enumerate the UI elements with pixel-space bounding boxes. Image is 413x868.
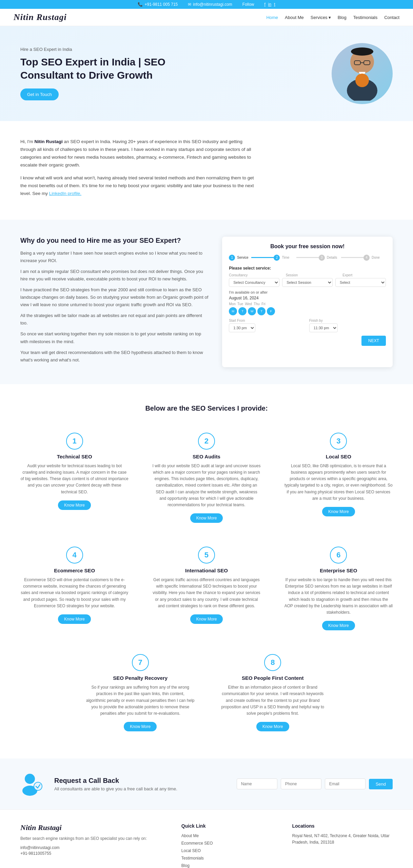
main-nav: Home About Me Services ▾ Blog Testimonia… bbox=[266, 15, 399, 20]
start-time-col: Start From 1:30 pm bbox=[229, 319, 306, 332]
hero-section: Hire a SEO Expert in India Top SEO Exper… bbox=[0, 26, 413, 121]
col-label-session: Session bbox=[286, 273, 340, 277]
nav-home[interactable]: Home bbox=[266, 15, 278, 20]
day-wed[interactable]: W bbox=[248, 307, 256, 315]
twitter-link[interactable]: t bbox=[274, 2, 275, 7]
get-in-touch-button[interactable]: Get in Touch bbox=[20, 88, 59, 100]
service-desc-7: So if your rankings are suffering from a… bbox=[86, 684, 195, 717]
day-tue[interactable]: T bbox=[238, 307, 247, 315]
phone-number: +91-9811 005 715 bbox=[144, 2, 178, 7]
service-card-5: 5 International SEO Get organic traffic … bbox=[145, 540, 267, 637]
step-num-2: 2 bbox=[274, 255, 280, 261]
chevron-down-icon: ▾ bbox=[329, 15, 331, 20]
next-button[interactable]: NEXT bbox=[361, 336, 386, 346]
know-more-btn-5[interactable]: Know More bbox=[190, 614, 223, 624]
col-label-consultancy: Consultancy bbox=[229, 273, 283, 277]
step-num-1: 1 bbox=[229, 255, 235, 261]
know-more-btn-8[interactable]: Know More bbox=[256, 722, 289, 731]
know-more-btn-2[interactable]: Know More bbox=[190, 513, 223, 523]
start-time-select[interactable]: 1:30 pm bbox=[229, 323, 255, 332]
day-thu[interactable]: T bbox=[257, 307, 266, 315]
service-num-8: 8 bbox=[264, 654, 281, 671]
services-section: Below are the SEO Services I provide: 1 … bbox=[0, 384, 413, 758]
phone-input[interactable] bbox=[281, 778, 321, 789]
step-bar-1 bbox=[251, 257, 274, 258]
follow-label: Follow bbox=[242, 2, 254, 7]
step-num-4: 4 bbox=[363, 255, 370, 261]
nav-about[interactable]: About Me bbox=[285, 15, 304, 20]
services-title: Below are the SEO Services I provide: bbox=[14, 405, 399, 412]
consultancy-select[interactable]: Select Consultancy bbox=[229, 278, 279, 287]
nav-testimonials[interactable]: Testimonials bbox=[353, 15, 378, 20]
booking-col-labels: Consultancy Session Expert bbox=[229, 273, 386, 277]
linkedin-profile-link[interactable]: LinkedIn profile. bbox=[49, 191, 81, 196]
day-mon[interactable]: M bbox=[229, 307, 237, 315]
step-num-3: 3 bbox=[319, 255, 325, 261]
know-more-btn-3[interactable]: Know More bbox=[322, 507, 355, 516]
quicklink-about: About Me bbox=[181, 833, 282, 838]
footer-brand: Nitin Rustagi Better search engine ranki… bbox=[20, 823, 171, 868]
date-display: August 16, 2024 bbox=[229, 296, 386, 300]
top-bar: 📞 +91-9811 005 715 ✉ info@nitinrustagi.c… bbox=[0, 0, 413, 9]
service-desc-1: Audit your website for technical issues … bbox=[20, 463, 129, 495]
nav-blog[interactable]: Blog bbox=[338, 15, 347, 20]
booking-widget: Book your free session now! 1 Service 2 … bbox=[222, 237, 393, 367]
day-fri[interactable]: F bbox=[267, 307, 275, 315]
footer: Nitin Rustagi Better search engine ranki… bbox=[0, 809, 413, 868]
step-label-4: Done bbox=[372, 256, 380, 259]
service-title-8: SEO People First Content bbox=[218, 675, 327, 681]
service-card-8: 8 SEO People First Content Either its an… bbox=[212, 647, 334, 738]
service-desc-8: Either its an information piece of conte… bbox=[218, 684, 327, 717]
service-title-3: Local SEO bbox=[284, 454, 393, 459]
know-more-btn-1[interactable]: Know More bbox=[58, 500, 91, 510]
booking-step-1: 1 Service bbox=[229, 255, 251, 261]
header: Nitin Rustagi Home About Me Services ▾ B… bbox=[0, 9, 413, 26]
finish-time-select[interactable]: 11:30 pm bbox=[309, 323, 338, 332]
service-card-1: 1 Technical SEO Audit your website for t… bbox=[14, 426, 135, 530]
service-num-3: 3 bbox=[330, 433, 347, 450]
why-title: Why do you need to Hire me as your SEO E… bbox=[20, 237, 209, 244]
linkedin-link[interactable]: in bbox=[268, 2, 271, 7]
service-title-1: Technical SEO bbox=[20, 454, 129, 459]
service-num-7: 7 bbox=[132, 654, 149, 671]
session-select[interactable]: Select Session bbox=[282, 278, 333, 287]
service-num-2: 2 bbox=[198, 433, 215, 450]
expert-select[interactable]: Select bbox=[335, 278, 386, 287]
name-input[interactable] bbox=[237, 778, 277, 789]
step-label-2: Time bbox=[282, 256, 289, 259]
send-button[interactable]: Send bbox=[369, 779, 393, 789]
svg-point-10 bbox=[34, 782, 42, 790]
start-label: Start From bbox=[229, 319, 306, 322]
quicklinks-title: Quick Link bbox=[181, 823, 282, 829]
service-title-5: International SEO bbox=[152, 568, 260, 573]
footer-locations: Locations Royal Nest, N7-402, Techzone 4… bbox=[292, 823, 393, 868]
cta-form: Send bbox=[237, 778, 393, 789]
step-label-3: Details bbox=[327, 256, 337, 259]
footer-logo: Nitin Rustagi bbox=[20, 823, 171, 832]
time-row: Start From 1:30 pm Finish by 11:30 pm bbox=[229, 319, 386, 332]
know-more-btn-7[interactable]: Know More bbox=[124, 722, 157, 731]
services-grid-top: 1 Technical SEO Audit your website for t… bbox=[14, 426, 399, 637]
about-para1: Hi, I'm Nitin Rustagi an SEO expert in I… bbox=[20, 138, 258, 169]
hero-subtitle: Hire a SEO Expert in India bbox=[20, 47, 190, 52]
know-more-btn-6[interactable]: Know More bbox=[322, 621, 355, 630]
booking-step-3: 3 Details bbox=[319, 255, 341, 261]
nav-services[interactable]: Services ▾ bbox=[311, 15, 331, 20]
email-icon: ✉ bbox=[188, 2, 191, 7]
facebook-link[interactable]: f bbox=[264, 2, 266, 7]
service-num-4: 4 bbox=[66, 547, 83, 564]
know-more-btn-4[interactable]: Know More bbox=[58, 614, 91, 624]
about-name: Nitin Rustagi bbox=[35, 139, 63, 144]
email-input[interactable] bbox=[325, 778, 366, 789]
why-section: Why do you need to Hire me as your SEO E… bbox=[0, 220, 413, 384]
social-links[interactable]: f in t bbox=[264, 2, 275, 7]
phone-info: 📞 +91-9811 005 715 bbox=[138, 2, 178, 7]
locations-title: Locations bbox=[292, 823, 393, 829]
email-info: ✉ info@nitinrustagi.com bbox=[188, 2, 232, 7]
service-title-2: SEO Audits bbox=[152, 454, 260, 459]
nav-contact[interactable]: Contact bbox=[384, 15, 399, 20]
service-title-6: Enterprise SEO bbox=[284, 568, 393, 573]
service-num-6: 6 bbox=[330, 547, 347, 564]
cta-desc: All consultants are able to give you a f… bbox=[54, 786, 177, 791]
quicklink-ecommerce: Ecommerce SEO bbox=[181, 840, 282, 846]
